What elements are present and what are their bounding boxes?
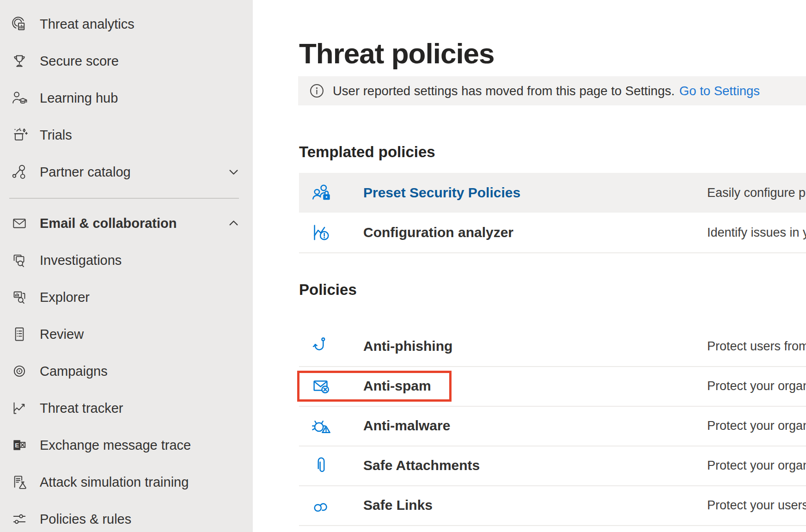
row-anti-phishing[interactable]: Anti-phishing Protect users from p — [299, 326, 806, 367]
row-anti-malware[interactable]: Anti-malware Protect your organiz — [299, 406, 806, 446]
row-title[interactable]: Anti-malware — [363, 418, 450, 434]
sidebar: Threat analytics Secure score — [0, 0, 253, 532]
safe-links-icon — [311, 495, 332, 516]
row-description: Protect users from p — [707, 339, 806, 354]
sidebar-item-threat-analytics[interactable]: Threat analytics — [0, 6, 253, 43]
sidebar-item-explorer[interactable]: Explorer — [0, 279, 253, 316]
anti-malware-icon — [311, 415, 332, 436]
sidebar-item-label: Partner catalog — [40, 165, 131, 180]
row-description: Protect your organiz — [707, 379, 806, 393]
sidebar-item-attack-simulation-training[interactable]: Attack simulation training — [0, 464, 253, 501]
partner-catalog-icon — [10, 163, 29, 181]
chevron-up-icon[interactable] — [227, 217, 240, 230]
svg-text:E: E — [15, 442, 19, 449]
row-title[interactable]: Anti-spam — [363, 378, 431, 394]
sidebar-item-label: Exchange message trace — [40, 438, 191, 453]
configuration-analyzer-icon — [311, 222, 332, 243]
anti-phishing-icon — [311, 336, 332, 357]
campaigns-icon — [10, 362, 29, 380]
info-icon — [310, 84, 324, 98]
sidebar-item-threat-tracker[interactable]: Threat tracker — [0, 390, 253, 427]
learning-hub-icon — [10, 89, 29, 107]
row-title[interactable]: Anti-phishing — [363, 338, 452, 354]
preset-security-icon — [311, 182, 332, 203]
envelope-icon — [10, 214, 29, 232]
sidebar-divider — [9, 198, 239, 199]
investigations-icon — [10, 251, 29, 269]
info-banner: User reported settings has moved from th… — [298, 76, 806, 105]
threat-policies-page: Threat analytics Secure score — [0, 0, 806, 532]
page-title: Threat policies — [299, 37, 495, 70]
sidebar-item-label: Attack simulation training — [40, 475, 189, 490]
sidebar-item-review[interactable]: Review — [0, 316, 253, 353]
sidebar-item-label: Policies & rules — [40, 512, 131, 527]
row-title[interactable]: Preset Security Policies — [363, 185, 520, 201]
exchange-icon: E — [10, 436, 29, 454]
sidebar-item-label: Secure score — [40, 54, 119, 69]
row-description: Identify issues in you — [707, 226, 806, 240]
chevron-down-icon[interactable] — [227, 166, 240, 178]
anti-spam-icon — [311, 375, 332, 397]
trials-icon — [10, 126, 29, 144]
row-preset-security-policies[interactable]: Preset Security Policies Easily configur… — [299, 173, 806, 213]
row-safe-attachments[interactable]: Safe Attachments Protect your organiz — [299, 446, 806, 486]
sidebar-item-investigations[interactable]: Investigations — [0, 242, 253, 279]
sidebar-item-secure-score[interactable]: Secure score — [0, 43, 253, 79]
row-safe-links[interactable]: Safe Links Protect your users fr — [299, 485, 806, 526]
sidebar-item-partner-catalog[interactable]: Partner catalog — [0, 153, 253, 190]
row-description: Protect your organiz — [707, 419, 806, 433]
attack-simulation-icon — [10, 473, 29, 491]
threat-tracker-icon — [10, 399, 29, 417]
sidebar-item-label: Campaigns — [40, 364, 108, 379]
sidebar-item-email-collaboration[interactable]: Email & collaboration — [0, 205, 253, 242]
paperclip-icon — [311, 455, 332, 476]
sidebar-item-label: Threat analytics — [40, 17, 134, 32]
sidebar-item-label: Learning hub — [40, 91, 118, 106]
sidebar-item-learning-hub[interactable]: Learning hub — [0, 79, 253, 116]
row-anti-spam[interactable]: Anti-spam Protect your organiz — [299, 366, 806, 407]
sidebar-item-label: Trials — [40, 128, 72, 143]
sidebar-item-label: Review — [40, 327, 84, 342]
threat-analytics-icon — [10, 15, 29, 33]
section-heading-templated-policies: Templated policies — [299, 143, 435, 161]
row-title[interactable]: Safe Attachments — [363, 458, 480, 473]
sidebar-item-label: Threat tracker — [40, 401, 123, 416]
row-description: Protect your users fr — [707, 498, 806, 513]
explorer-icon — [10, 288, 29, 306]
sidebar-item-trials[interactable]: Trials — [0, 116, 253, 153]
review-icon — [10, 325, 29, 343]
sidebar-item-campaigns[interactable]: Campaigns — [0, 353, 253, 390]
sidebar-item-policies-rules[interactable]: Policies & rules — [0, 501, 253, 532]
row-configuration-analyzer[interactable]: Configuration analyzer Identify issues i… — [299, 213, 806, 253]
row-title[interactable]: Safe Links — [363, 497, 433, 513]
sidebar-item-label: Investigations — [40, 253, 122, 268]
sliders-icon — [10, 510, 29, 528]
trophy-icon — [10, 52, 29, 70]
row-title[interactable]: Configuration analyzer — [363, 225, 513, 240]
go-to-settings-link[interactable]: Go to Settings — [679, 84, 760, 98]
row-description: Protect your organiz — [707, 459, 806, 473]
section-heading-policies: Policies — [299, 281, 357, 299]
banner-message: User reported settings has moved from th… — [333, 84, 675, 98]
sidebar-item-label: Email & collaboration — [40, 216, 177, 231]
sidebar-item-label: Explorer — [40, 290, 90, 305]
sidebar-item-exchange-message-trace[interactable]: E Exchange message trace — [0, 427, 253, 464]
row-description: Easily configure prot — [707, 186, 806, 200]
